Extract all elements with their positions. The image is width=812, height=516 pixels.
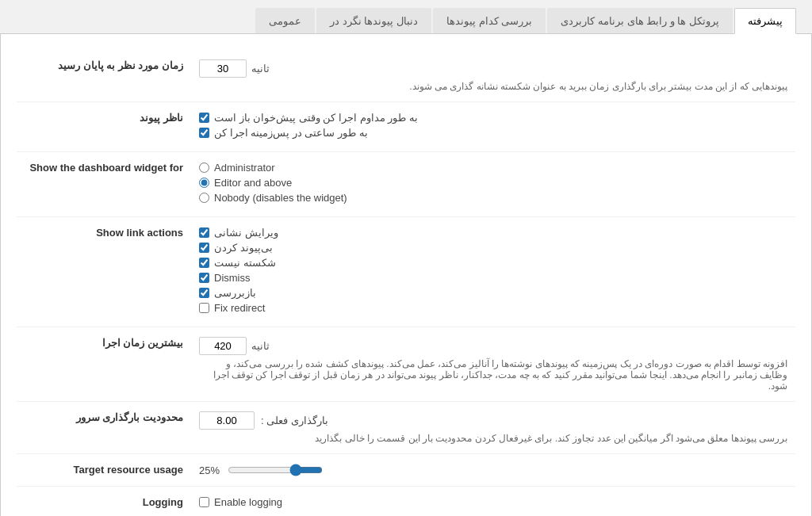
page-wrapper: عمومی دنبال پیوندها نگرد در بررسی کدام پ… xyxy=(0,0,812,516)
dashboard-widget-row: Show the dashboard widget for Administra… xyxy=(17,152,795,217)
logging-row: Logging Enable logging xyxy=(17,487,795,517)
radio-nobody-label: Nobody (disables the widget) xyxy=(214,192,347,204)
action-recheck-row: بازبررسی xyxy=(199,287,787,299)
execution-time-row: بیشترین زمان اجرا ثانیه افزونه توسط اقدا… xyxy=(17,327,795,402)
dashboard-widget-control: Administrator Editor and above Nobody (d… xyxy=(191,152,795,217)
dashboard-widget-label: Show the dashboard widget for xyxy=(17,152,191,217)
action-edit-checkbox[interactable] xyxy=(199,227,209,238)
radio-admin[interactable] xyxy=(199,162,209,173)
radio-nobody-row: Nobody (disables the widget) xyxy=(199,192,787,204)
resource-usage-value: 25% xyxy=(199,464,220,476)
radio-editor-label: Editor and above xyxy=(214,177,292,189)
server-load-hint: بررسی پیوندها معلق می‌شود اگر میانگین ای… xyxy=(199,433,787,444)
logging-enable-checkbox[interactable] xyxy=(199,497,209,507)
action-fixredirect-label: Fix redirect xyxy=(214,302,265,314)
action-unlink-label: بی‌پیوند کردن xyxy=(214,242,273,254)
timeout-hint: پیوندهایی که از این مدت بیشتر برای بارگذ… xyxy=(199,81,787,92)
logging-enable-row: Enable logging xyxy=(199,496,787,508)
link-actions-control: ویرایش نشانی بی‌پیوند کردن شکسته نیست Di… xyxy=(191,217,795,327)
server-load-label: محدودیت بارگذاری سرور xyxy=(17,402,191,454)
resource-usage-slider-row: 25% xyxy=(199,464,787,476)
monitor-label: ناظر پیوند xyxy=(17,102,191,152)
monitor-option2-checkbox[interactable] xyxy=(199,128,209,138)
monitor-option1-checkbox[interactable] xyxy=(199,113,209,123)
radio-admin-row: Administrator xyxy=(199,162,787,174)
monitor-option1-row: به طور مداوم اجرا کن وقتی پیش‌خوان باز ا… xyxy=(199,112,787,124)
action-unlink-row: بی‌پیوند کردن xyxy=(199,242,787,254)
server-load-row: محدودیت بارگذاری سرور 4.62 بارگذاری فعلی… xyxy=(17,402,795,454)
content-area: زمان مورد نظر به پایان رسید ثانیه پیونده… xyxy=(0,34,812,516)
tab-protocols[interactable]: پروتکل ها و رابط های برنامه کاربردی xyxy=(547,8,733,33)
server-load-input[interactable] xyxy=(199,411,255,430)
server-load-current-prefix: بارگذاری فعلی : xyxy=(261,415,328,426)
action-edit-row: ویرایش نشانی xyxy=(199,227,787,239)
timeout-label: زمان مورد نظر به پایان رسید xyxy=(17,50,191,102)
resource-usage-control: 25% xyxy=(191,454,795,487)
action-broken-row: شکسته نیست xyxy=(199,257,787,269)
execution-time-label: بیشترین زمان اجرا xyxy=(17,327,191,402)
server-load-inputs: 4.62 بارگذاری فعلی : بارگذاری فعلی : xyxy=(199,411,787,430)
radio-nobody[interactable] xyxy=(199,193,209,203)
timeout-input[interactable] xyxy=(199,59,247,78)
tabs-container: عمومی دنبال پیوندها نگرد در بررسی کدام پ… xyxy=(0,8,812,34)
link-actions-label: Show link actions xyxy=(17,217,191,327)
monitor-control: به طور مداوم اجرا کن وقتی پیش‌خوان باز ا… xyxy=(191,102,795,152)
resource-usage-slider[interactable] xyxy=(228,464,323,476)
monitor-row: ناظر پیوند به طور مداوم اجرا کن وقتی پیش… xyxy=(17,102,795,152)
monitor-option1-label: به طور مداوم اجرا کن وقتی پیش‌خوان باز ا… xyxy=(214,112,418,124)
radio-editor-row: Editor and above xyxy=(199,177,787,189)
monitor-option2-row: به طور ساعتی در پس‌زمینه اجرا کن xyxy=(199,127,787,139)
timeout-row: زمان مورد نظر به پایان رسید ثانیه پیونده… xyxy=(17,50,795,102)
timeout-number-row: ثانیه xyxy=(199,59,787,78)
resource-usage-label: Target resource usage xyxy=(17,454,191,487)
action-fixredirect-checkbox[interactable] xyxy=(199,303,209,313)
timeout-control: ثانیه پیوندهایی که از این مدت بیشتر برای… xyxy=(191,50,795,102)
execution-time-hint: افزونه توسط اقدام به صورت دوره‌ای در یک … xyxy=(199,358,787,392)
link-actions-row: Show link actions ویرایش نشانی بی‌پیوند … xyxy=(17,217,795,327)
action-broken-label: شکسته نیست xyxy=(214,257,276,269)
logging-enable-label: Enable logging xyxy=(214,496,282,508)
action-dismiss-row: Dismiss xyxy=(199,272,787,284)
tab-check[interactable]: بررسی کدام پیوندها xyxy=(433,8,546,33)
execution-time-number-row: ثانیه xyxy=(199,337,787,355)
execution-time-control: ثانیه افزونه توسط اقدام به صورت دوره‌ای … xyxy=(191,327,795,402)
action-broken-checkbox[interactable] xyxy=(199,258,209,268)
logging-label: Logging xyxy=(17,487,191,517)
execution-time-input[interactable] xyxy=(199,337,247,355)
logging-control: Enable logging xyxy=(191,487,795,517)
settings-table: زمان مورد نظر به پایان رسید ثانیه پیونده… xyxy=(17,50,795,516)
tab-general[interactable]: عمومی xyxy=(255,8,315,33)
execution-time-unit: ثانیه xyxy=(251,340,270,352)
action-recheck-label: بازبررسی xyxy=(214,287,256,299)
action-dismiss-checkbox[interactable] xyxy=(199,273,209,283)
action-edit-label: ویرایش نشانی xyxy=(214,227,278,239)
action-dismiss-label: Dismiss xyxy=(214,272,251,284)
action-fixredirect-row: Fix redirect xyxy=(199,302,787,314)
radio-editor[interactable] xyxy=(199,178,209,188)
tab-advanced[interactable]: پیشرفته xyxy=(734,8,796,34)
tab-tracking[interactable]: دنبال پیوندها نگرد در xyxy=(316,8,431,33)
monitor-option2-label: به طور ساعتی در پس‌زمینه اجرا کن xyxy=(214,127,368,139)
server-load-control: 4.62 بارگذاری فعلی : بارگذاری فعلی : برر… xyxy=(191,402,795,454)
action-recheck-checkbox[interactable] xyxy=(199,288,209,298)
resource-usage-row: Target resource usage 25% xyxy=(17,454,795,487)
timeout-unit: ثانیه xyxy=(251,63,270,75)
action-unlink-checkbox[interactable] xyxy=(199,243,209,253)
radio-admin-label: Administrator xyxy=(214,162,275,174)
